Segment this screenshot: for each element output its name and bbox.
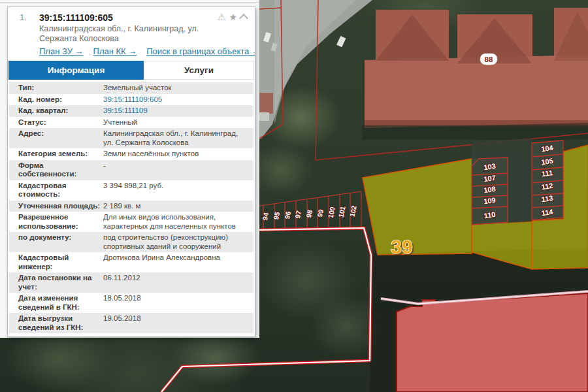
info-row-value: Земли населённых пунктов <box>103 150 253 159</box>
parcel-label: 96 <box>283 210 292 220</box>
info-row-label: Уточненная площадь: <box>9 202 103 211</box>
car <box>336 36 346 47</box>
info-row-label: по документу: <box>9 233 103 251</box>
parcel-address: Калининградская обл., г. Калининград, ул… <box>39 24 217 44</box>
info-row-value: - <box>103 161 253 179</box>
info-row: Дата изменения сведений в ГКН:18.05.2018 <box>9 293 253 313</box>
parcel-label: 101 <box>336 205 346 218</box>
info-row-label: Дата постановки на учет: <box>9 274 103 291</box>
parcel-label: 94 <box>261 212 270 221</box>
building-number-badge: 88 <box>480 54 497 65</box>
info-row-value: 3 394 898,21 руб. <box>103 182 253 199</box>
info-row: Кад. номер:39:15:111109:605 <box>9 94 253 106</box>
info-row: Тип:Земельный участок <box>9 82 253 94</box>
search-in-bounds-link[interactable]: Поиск в границах объекта → <box>146 46 255 56</box>
info-row: Категория земель:Земли населённых пункто… <box>9 148 253 160</box>
info-row-value: под строительство (реконструкцию) спорти… <box>103 233 253 251</box>
parcel-label: 100 <box>326 206 336 219</box>
parcel-label: 107 <box>483 174 497 183</box>
info-row-value: Дротикова Ирина Александровна <box>103 253 253 271</box>
parcel-label: 97 <box>293 210 302 219</box>
info-row-label: Кадастровый инженер: <box>9 253 103 271</box>
parcel-title: 39:15:111109:605 <box>39 12 218 23</box>
tab-information[interactable]: Информация <box>8 61 144 80</box>
info-row-label: Форма собственности: <box>9 161 103 179</box>
info-row: Форма собственности:- <box>9 160 253 180</box>
parcel-label: 111 <box>541 169 553 178</box>
info-row: Разрешенное использование:Для иных видов… <box>9 212 253 232</box>
info-row-value: 19.05.2018 <box>103 314 253 332</box>
info-row-value: Для иных видов использования, характерны… <box>103 213 253 231</box>
info-row-label: Кад. номер: <box>9 95 103 105</box>
info-row: Дата выгрузки сведений из ГКН:19.05.2018 <box>9 313 253 333</box>
parcel-label: 109 <box>483 196 497 205</box>
info-row-value: Земельный участок <box>103 84 253 93</box>
info-row: Дата постановки на учет:06.11.2012 <box>9 272 253 293</box>
plan-kk-link[interactable]: План КК → <box>93 46 137 56</box>
info-row-label: Дата выгрузки сведений из ГКН: <box>9 314 103 332</box>
parcel-label: 98 <box>304 209 314 218</box>
collapse-chevron-icon[interactable] <box>239 14 248 23</box>
favorite-star-icon[interactable]: ★ <box>229 12 237 22</box>
info-row-label: Кадастровая стоимость: <box>9 182 103 199</box>
info-row-label: Тип: <box>9 84 103 93</box>
parcel-label: 110 <box>483 210 496 220</box>
parcel-label: 113 <box>541 194 553 203</box>
info-row: Кадастровый инженер:Дротикова Ирина Алек… <box>9 252 253 272</box>
info-row-label: Разрешенное использование: <box>9 213 103 231</box>
parcel-label: 105 <box>541 157 554 166</box>
highlighted-parcel-pink[interactable] <box>397 293 588 392</box>
info-row-label: Статус: <box>9 118 103 127</box>
warning-icon[interactable]: ⚠ <box>218 12 226 22</box>
card-header: 1. 39:15:111109:605 ⚠ ★ Калининградская … <box>8 7 255 56</box>
info-row-value: 18.05.2018 <box>103 294 253 312</box>
tab-services[interactable]: Услуги <box>144 61 254 80</box>
info-row-label: Адрес: <box>9 129 103 147</box>
parcel-label: 114 <box>541 208 554 217</box>
sidebar-divider <box>0 2 259 3</box>
info-row-value: 06.11.2012 <box>103 274 253 291</box>
info-row: Статус:Учтенный <box>9 117 253 129</box>
tab-bar: Информация Услуги <box>8 61 254 80</box>
info-row-label: Дата изменения сведений в ГКН: <box>9 294 103 312</box>
info-row: Адрес:Калининградская обл., г. Калинингр… <box>9 128 253 148</box>
info-row-value: Учтенный <box>103 118 253 127</box>
info-row-label: Категория земель: <box>9 150 103 159</box>
parcel-label: 102 <box>348 204 357 218</box>
info-row-value[interactable]: 39:15:111109:605 <box>103 95 253 105</box>
info-row: Уточненная площадь:2 189 кв. м <box>9 201 253 212</box>
result-index: 1. <box>14 12 39 22</box>
parcel-label: 103 <box>483 162 497 171</box>
info-row-value: 2 189 кв. м <box>103 202 253 211</box>
selected-parcel-number: 39 <box>391 236 412 257</box>
info-table: Тип:Земельный участокКад. номер:39:15:11… <box>9 82 253 333</box>
info-row-value: Калининградская обл., г. Калининград, ул… <box>103 129 253 147</box>
info-row: Кадастровая стоимость:3 394 898,21 руб. <box>9 180 253 201</box>
info-row-value[interactable]: 39:15:111109 <box>103 106 253 116</box>
parcel-info-card: 1. 39:15:111109:605 ⚠ ★ Калининградская … <box>7 7 255 337</box>
parcel-label: 95 <box>272 211 281 220</box>
parcel-label: 112 <box>541 182 553 191</box>
parcel-label: 108 <box>483 185 497 194</box>
parcel-label: 99 <box>316 208 325 218</box>
building-shadow <box>362 125 588 140</box>
info-row: по документу:под строительство (реконстр… <box>9 232 253 252</box>
building-number: 88 <box>485 56 493 63</box>
info-row-label: Кад. квартал: <box>9 106 103 116</box>
info-row: Кад. квартал:39:15:111109 <box>9 105 253 117</box>
plan-zu-link[interactable]: План ЗУ → <box>39 46 84 56</box>
